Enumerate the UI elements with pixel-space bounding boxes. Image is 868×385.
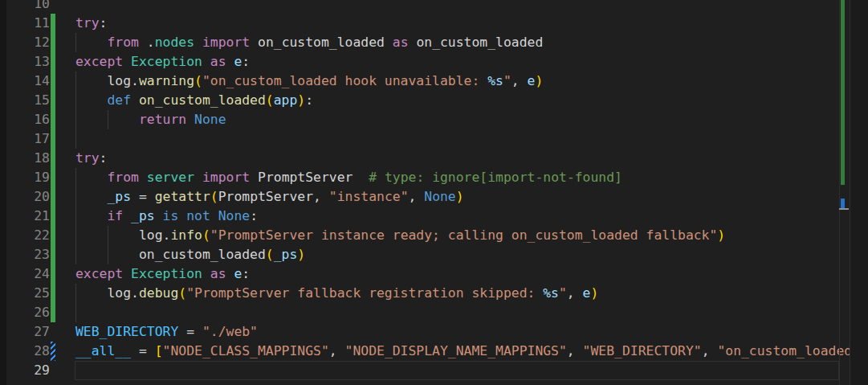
code-line[interactable]: from .nodes import on_custom_loaded as o… bbox=[75, 33, 543, 52]
code-line[interactable]: try: bbox=[75, 14, 107, 33]
code-token: return bbox=[139, 112, 186, 127]
code-token bbox=[194, 170, 202, 185]
line-number[interactable]: 20 bbox=[0, 187, 50, 207]
code-token: ) bbox=[297, 247, 305, 262]
line-number[interactable]: 26 bbox=[0, 303, 50, 322]
code-token bbox=[75, 208, 107, 223]
code-line[interactable]: if _ps is not None: bbox=[75, 207, 258, 226]
line-number[interactable]: 14 bbox=[0, 72, 50, 91]
code-token: ( bbox=[266, 247, 274, 262]
line-number[interactable]: 10 bbox=[0, 0, 50, 14]
code-token: : bbox=[250, 208, 258, 223]
code-token: ( bbox=[266, 92, 274, 108]
code-line-row[interactable]: 13except Exception as e: bbox=[0, 52, 850, 72]
code-token: ) bbox=[717, 227, 725, 243]
code-token: "on_custom_loaded hook unavailable: bbox=[202, 73, 487, 88]
code-line-row[interactable]: 16 return None bbox=[0, 110, 850, 129]
code-line-row[interactable]: 23 on_custom_loaded(_ps) bbox=[0, 245, 850, 264]
git-gutter-added-marker bbox=[51, 91, 55, 110]
code-token: ) bbox=[456, 189, 464, 204]
code-line-row[interactable]: 18try: bbox=[0, 149, 850, 168]
code-line[interactable]: _ps = getattr(PromptServer, "instance", … bbox=[75, 187, 464, 207]
code-line-row[interactable]: 22 log.info("PromptServer instance ready… bbox=[0, 226, 850, 245]
overview-ruler[interactable] bbox=[839, 0, 868, 385]
editor-code-area[interactable]: 1011try:12 from .nodes import on_custom_… bbox=[0, 0, 868, 385]
code-line[interactable]: except Exception as e: bbox=[75, 264, 250, 284]
code-line[interactable]: try: bbox=[75, 149, 107, 168]
code-token: e bbox=[234, 54, 242, 69]
code-line[interactable]: WEB_DIRECTORY = "./web" bbox=[75, 322, 258, 342]
code-token bbox=[139, 35, 147, 50]
line-number[interactable]: 19 bbox=[0, 168, 50, 187]
code-token: : bbox=[100, 15, 108, 31]
code-line-row[interactable]: 26 bbox=[0, 303, 850, 322]
code-token: "instance" bbox=[329, 189, 409, 204]
line-number[interactable]: 16 bbox=[0, 110, 50, 129]
line-number[interactable]: 15 bbox=[0, 91, 50, 110]
code-line-row[interactable]: 25 log.debug("PromptServer fallback regi… bbox=[0, 284, 850, 303]
code-token: : bbox=[242, 54, 250, 69]
code-line[interactable]: return None bbox=[75, 110, 226, 129]
line-number[interactable]: 24 bbox=[0, 264, 50, 284]
indent-guide bbox=[75, 303, 76, 322]
git-gutter-added-marker bbox=[51, 72, 55, 91]
code-token: = bbox=[131, 343, 155, 358]
code-editor: { "editor": { "active_line": "29", "colo… bbox=[0, 0, 868, 385]
code-token: _ps bbox=[131, 208, 155, 223]
code-line[interactable]: log.warning("on_custom_loaded hook unava… bbox=[75, 72, 543, 91]
code-token bbox=[75, 112, 139, 127]
line-number[interactable]: 21 bbox=[0, 207, 50, 226]
code-token: None bbox=[218, 208, 250, 223]
code-token: " bbox=[503, 73, 511, 88]
line-number[interactable]: 22 bbox=[0, 226, 50, 245]
code-token: is bbox=[163, 208, 179, 223]
code-token: "NODE_CLASS_MAPPINGS" bbox=[163, 343, 329, 358]
code-line-row[interactable]: 24except Exception as e: bbox=[0, 264, 850, 284]
current-line-highlight bbox=[75, 361, 839, 380]
code-line[interactable]: def on_custom_loaded(app): bbox=[75, 91, 313, 110]
line-number[interactable]: 23 bbox=[0, 245, 50, 264]
line-number[interactable]: 27 bbox=[0, 322, 50, 342]
line-number[interactable]: 11 bbox=[0, 14, 50, 33]
line-number[interactable]: 25 bbox=[0, 284, 50, 303]
code-line[interactable]: log.info("PromptServer instance ready; c… bbox=[75, 226, 725, 245]
code-line[interactable]: on_custom_loaded(_ps) bbox=[75, 245, 305, 264]
code-token bbox=[123, 266, 131, 281]
code-line[interactable]: __all__ = ["NODE_CLASS_MAPPINGS", "NODE_… bbox=[75, 342, 852, 361]
code-line-row[interactable]: 15 def on_custom_loaded(app): bbox=[0, 91, 850, 110]
code-line[interactable]: from server import PromptServer # type: … bbox=[75, 168, 622, 187]
code-line-row[interactable]: 27WEB_DIRECTORY = "./web" bbox=[0, 322, 850, 342]
code-token: . bbox=[163, 227, 171, 243]
line-number[interactable]: 29 bbox=[0, 361, 50, 380]
code-line[interactable]: log.debug("PromptServer fallback registr… bbox=[75, 284, 598, 303]
code-line-row[interactable]: 28__all__ = ["NODE_CLASS_MAPPINGS", "NOD… bbox=[0, 342, 850, 361]
code-line[interactable]: except Exception as e: bbox=[75, 52, 250, 72]
code-line-row[interactable]: 19 from server import PromptServer # typ… bbox=[0, 168, 850, 187]
code-line-row[interactable]: 14 log.warning("on_custom_loaded hook un… bbox=[0, 72, 850, 91]
code-token: try bbox=[75, 15, 100, 31]
code-token: , bbox=[567, 285, 583, 301]
code-token: , bbox=[329, 343, 345, 358]
git-gutter-added-marker bbox=[51, 14, 55, 33]
code-token: PromptServer bbox=[218, 189, 313, 204]
code-line-row[interactable]: 17 bbox=[0, 129, 850, 149]
code-line-row[interactable]: 21 if _ps is not None: bbox=[0, 207, 850, 226]
line-number[interactable]: 18 bbox=[0, 149, 50, 168]
code-token bbox=[75, 189, 107, 204]
code-line-row[interactable]: 12 from .nodes import on_custom_loaded a… bbox=[0, 33, 850, 52]
code-token: app bbox=[274, 92, 298, 108]
code-token: _ps bbox=[107, 189, 131, 204]
code-token bbox=[123, 54, 131, 69]
line-number[interactable]: 13 bbox=[0, 52, 50, 72]
line-number[interactable]: 17 bbox=[0, 129, 50, 149]
line-number[interactable]: 28 bbox=[0, 342, 50, 361]
code-token bbox=[155, 208, 163, 223]
ruler-added-decoration bbox=[841, 0, 845, 185]
code-line-row[interactable]: 11try: bbox=[0, 14, 850, 33]
code-token: ) bbox=[535, 73, 543, 88]
code-line-row[interactable]: 10 bbox=[0, 0, 850, 14]
code-token: from bbox=[107, 170, 138, 185]
code-line-row[interactable]: 20 _ps = getattr(PromptServer, "instance… bbox=[0, 187, 850, 207]
code-token: : bbox=[100, 150, 108, 166]
line-number[interactable]: 12 bbox=[0, 33, 50, 52]
